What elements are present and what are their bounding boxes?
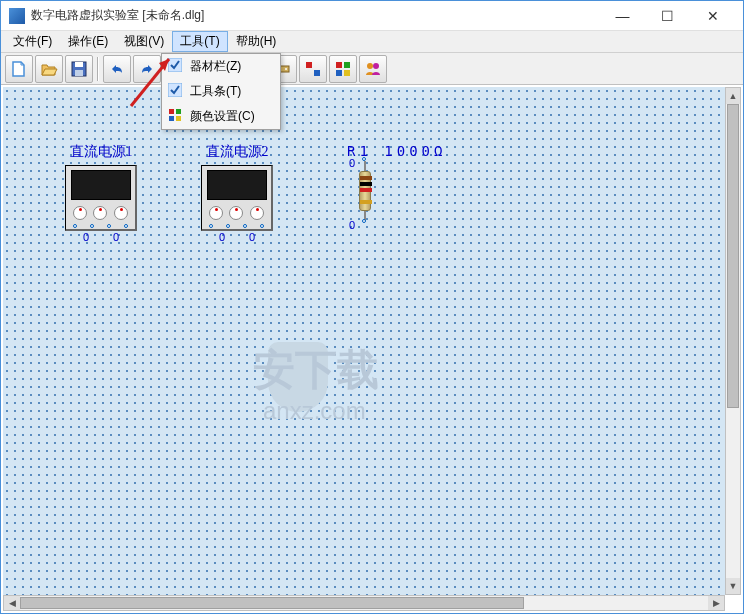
resistor-core bbox=[359, 171, 371, 211]
check-icon bbox=[168, 58, 182, 72]
scroll-left-button[interactable]: ◀ bbox=[4, 596, 20, 610]
resistor-band bbox=[360, 182, 372, 186]
svg-rect-11 bbox=[336, 62, 342, 68]
psu-knob[interactable] bbox=[209, 206, 223, 220]
svg-rect-12 bbox=[344, 62, 350, 68]
device-label: 直流电源2 bbox=[201, 143, 273, 161]
check-icon bbox=[168, 83, 182, 97]
toolbar bbox=[1, 53, 743, 85]
toolbar-separator bbox=[97, 57, 99, 81]
pin-label: 0 bbox=[83, 231, 89, 243]
new-file-icon bbox=[10, 60, 28, 78]
resistor-band bbox=[360, 188, 372, 192]
psu-pin-labels: 0 0 bbox=[65, 231, 137, 243]
redo-button[interactable] bbox=[133, 55, 161, 83]
watermark-shield bbox=[268, 342, 328, 412]
dc-power-supply-2[interactable]: 直流电源2 0 0 bbox=[201, 143, 273, 243]
open-file-button[interactable] bbox=[35, 55, 63, 83]
psu-screen bbox=[207, 170, 267, 200]
svg-rect-14 bbox=[344, 70, 350, 76]
dropdown-item-components-bar[interactable]: 器材栏(Z) bbox=[162, 54, 280, 79]
psu-screen bbox=[71, 170, 131, 200]
menu-operate[interactable]: 操作(E) bbox=[60, 31, 116, 52]
dropdown-item-label: 器材栏(Z) bbox=[190, 59, 241, 73]
horizontal-scrollbar[interactable]: ◀ ▶ bbox=[3, 595, 725, 611]
svg-rect-21 bbox=[169, 116, 174, 121]
psu-body bbox=[201, 165, 273, 231]
psu-terminals bbox=[66, 224, 135, 228]
psu-body bbox=[65, 165, 137, 231]
resistor-wire bbox=[364, 161, 366, 171]
psu-knob[interactable] bbox=[114, 206, 128, 220]
app-window: 数字电路虚拟实验室 [未命名.dlg] — ☐ ✕ 文件(F) 操作(E) 视图… bbox=[0, 0, 744, 614]
svg-rect-19 bbox=[169, 109, 174, 114]
pin-label: 0 bbox=[113, 231, 119, 243]
dropdown-item-toolbar[interactable]: 工具条(T) bbox=[162, 79, 280, 104]
minimize-button[interactable]: — bbox=[600, 2, 645, 30]
svg-rect-9 bbox=[306, 62, 312, 68]
svg-rect-20 bbox=[176, 109, 181, 114]
canvas[interactable]: 安下载 anxz.com 直流电源1 0 bbox=[3, 87, 725, 595]
watermark-url: anxz.com bbox=[263, 397, 366, 425]
psu-knob[interactable] bbox=[250, 206, 264, 220]
psu-knob[interactable] bbox=[229, 206, 243, 220]
scroll-thumb[interactable] bbox=[727, 104, 739, 408]
save-icon bbox=[70, 60, 88, 78]
titlebar[interactable]: 数字电路虚拟实验室 [未命名.dlg] — ☐ ✕ bbox=[1, 1, 743, 31]
scroll-thumb[interactable] bbox=[20, 597, 524, 609]
psu-terminal[interactable] bbox=[209, 224, 213, 228]
psu-terminal[interactable] bbox=[73, 224, 77, 228]
menu-tools[interactable]: 工具(T) bbox=[172, 31, 227, 52]
dc-power-supply-1[interactable]: 直流电源1 0 0 bbox=[65, 143, 137, 243]
menu-help[interactable]: 帮助(H) bbox=[228, 31, 285, 52]
psu-knob[interactable] bbox=[93, 206, 107, 220]
scroll-up-button[interactable]: ▲ bbox=[726, 88, 740, 104]
psu-terminal[interactable] bbox=[226, 224, 230, 228]
psu-knobs bbox=[66, 204, 135, 222]
pin-label: 0 bbox=[349, 219, 355, 231]
grid-color-button[interactable] bbox=[329, 55, 357, 83]
resistor-node-bottom[interactable] bbox=[362, 219, 366, 223]
pin-label: 0 bbox=[349, 157, 355, 169]
new-file-button[interactable] bbox=[5, 55, 33, 83]
psu-knobs bbox=[202, 204, 271, 222]
component2-button[interactable] bbox=[299, 55, 327, 83]
pin-label: 0 bbox=[249, 231, 255, 243]
users-button[interactable] bbox=[359, 55, 387, 83]
resistor-body: 0 0 bbox=[359, 161, 371, 221]
svg-rect-1 bbox=[75, 62, 83, 67]
psu-terminal[interactable] bbox=[107, 224, 111, 228]
svg-point-15 bbox=[367, 63, 373, 69]
open-folder-icon bbox=[40, 60, 58, 78]
svg-point-16 bbox=[373, 63, 379, 69]
psu-terminal[interactable] bbox=[124, 224, 128, 228]
resistor-band bbox=[360, 200, 372, 204]
window-title: 数字电路虚拟实验室 [未命名.dlg] bbox=[31, 7, 600, 24]
psu-pin-labels: 0 0 bbox=[201, 231, 273, 243]
svg-point-8 bbox=[285, 68, 287, 70]
pin-label: 0 bbox=[219, 231, 225, 243]
app-icon bbox=[9, 8, 25, 24]
psu-knob[interactable] bbox=[73, 206, 87, 220]
save-file-button[interactable] bbox=[65, 55, 93, 83]
menu-view[interactable]: 视图(V) bbox=[116, 31, 172, 52]
scroll-right-button[interactable]: ▶ bbox=[708, 596, 724, 610]
window-controls: — ☐ ✕ bbox=[600, 2, 735, 30]
tools-dropdown: 器材栏(Z) 工具条(T) 颜色设置(C) bbox=[161, 53, 281, 130]
dropdown-item-color-settings[interactable]: 颜色设置(C) bbox=[162, 104, 280, 129]
undo-button[interactable] bbox=[103, 55, 131, 83]
users-icon bbox=[364, 60, 382, 78]
watermark-text: 安下载 bbox=[253, 342, 379, 398]
psu-terminal[interactable] bbox=[243, 224, 247, 228]
maximize-button[interactable]: ☐ bbox=[645, 2, 690, 30]
scroll-down-button[interactable]: ▼ bbox=[726, 578, 740, 594]
psu-terminal[interactable] bbox=[260, 224, 264, 228]
menu-file[interactable]: 文件(F) bbox=[5, 31, 60, 52]
close-button[interactable]: ✕ bbox=[690, 2, 735, 30]
psu-terminal[interactable] bbox=[90, 224, 94, 228]
device-label: 直流电源1 bbox=[65, 143, 137, 161]
vertical-scrollbar[interactable]: ▲ ▼ bbox=[725, 87, 741, 595]
undo-icon bbox=[108, 60, 126, 78]
dropdown-item-label: 工具条(T) bbox=[190, 84, 241, 98]
resistor-r1[interactable]: R1 1000Ω 0 0 bbox=[347, 143, 446, 221]
